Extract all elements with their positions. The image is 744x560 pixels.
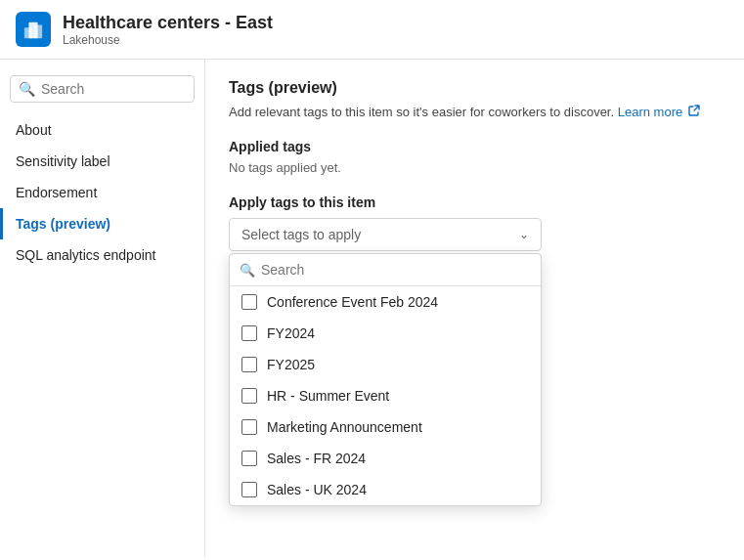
sidebar-item-tags-preview[interactable]: Tags (preview): [0, 208, 204, 239]
dropdown-search-box[interactable]: 🔍: [230, 254, 541, 286]
section-description: Add relevant tags to this item so it's e…: [229, 105, 721, 119]
dropdown-search-input[interactable]: [261, 262, 531, 278]
sidebar-search-input[interactable]: [41, 81, 186, 97]
no-tags-text: No tags applied yet.: [229, 160, 721, 175]
dropdown-list: Conference Event Feb 2024 FY2024 FY2025: [230, 286, 541, 505]
chevron-down-icon: ⌄: [519, 228, 529, 241]
tag-checkbox-2[interactable]: [241, 357, 257, 372]
tag-label-6: Sales - UK 2024: [267, 482, 367, 497]
tag-item-6[interactable]: Sales - UK 2024: [230, 474, 541, 505]
external-link-icon: [688, 105, 700, 116]
svg-rect-2: [34, 24, 42, 38]
tags-dropdown-panel: 🔍 Conference Event Feb 2024 FY2024: [229, 253, 542, 506]
tag-label-4: Marketing Announcement: [267, 419, 422, 435]
dropdown-search-icon: 🔍: [240, 263, 255, 278]
main-layout: 🔍 About Sensitivity label Endorsement Ta…: [0, 60, 744, 557]
learn-more-link[interactable]: Learn more: [618, 105, 682, 119]
tag-item-0[interactable]: Conference Event Feb 2024: [230, 286, 541, 318]
tags-dropdown-trigger[interactable]: Select tags to apply ⌄: [229, 218, 542, 251]
tag-item-5[interactable]: Sales - FR 2024: [230, 443, 541, 474]
sidebar-item-sql-analytics[interactable]: SQL analytics endpoint: [0, 239, 204, 271]
tag-checkbox-1[interactable]: [241, 325, 257, 341]
apply-tags-title: Apply tags to this item: [229, 194, 721, 210]
tag-checkbox-3[interactable]: [241, 388, 257, 404]
tag-label-5: Sales - FR 2024: [267, 451, 366, 466]
tag-item-1[interactable]: FY2024: [230, 318, 541, 349]
dropdown-placeholder-text: Select tags to apply: [241, 227, 361, 242]
tag-label-0: Conference Event Feb 2024: [267, 294, 438, 310]
page-title: Healthcare centers - East: [63, 13, 273, 33]
sidebar-item-sensitivity-label[interactable]: Sensitivity label: [0, 146, 204, 177]
sidebar-item-about[interactable]: About: [0, 114, 204, 146]
sidebar-search-box[interactable]: 🔍: [10, 75, 195, 103]
tag-item-3[interactable]: HR - Summer Event: [230, 380, 541, 411]
section-title: Tags (preview): [229, 79, 721, 97]
tag-item-4[interactable]: Marketing Announcement: [230, 411, 541, 443]
tag-checkbox-0[interactable]: [241, 294, 257, 310]
page-subtitle: Lakehouse: [63, 33, 273, 47]
sidebar-item-endorsement[interactable]: Endorsement: [0, 177, 204, 208]
apply-tags-section: Apply tags to this item Select tags to a…: [229, 194, 721, 251]
main-content: Tags (preview) Add relevant tags to this…: [205, 60, 744, 557]
sidebar: 🔍 About Sensitivity label Endorsement Ta…: [0, 60, 205, 557]
page-header: Healthcare centers - East Lakehouse: [0, 0, 744, 60]
app-icon: [16, 12, 51, 47]
tag-item-2[interactable]: FY2025: [230, 349, 541, 380]
tag-label-1: FY2024: [267, 325, 315, 341]
tag-checkbox-4[interactable]: [241, 419, 257, 435]
tag-label-2: FY2025: [267, 357, 315, 372]
tag-label-3: HR - Summer Event: [267, 388, 389, 404]
header-text-group: Healthcare centers - East Lakehouse: [63, 13, 273, 47]
search-icon: 🔍: [19, 81, 35, 97]
applied-tags-title: Applied tags: [229, 139, 721, 154]
tag-checkbox-6[interactable]: [241, 482, 257, 497]
tag-checkbox-5[interactable]: [241, 451, 257, 466]
tags-dropdown-container: Select tags to apply ⌄ 🔍 Conference Even…: [229, 218, 542, 251]
